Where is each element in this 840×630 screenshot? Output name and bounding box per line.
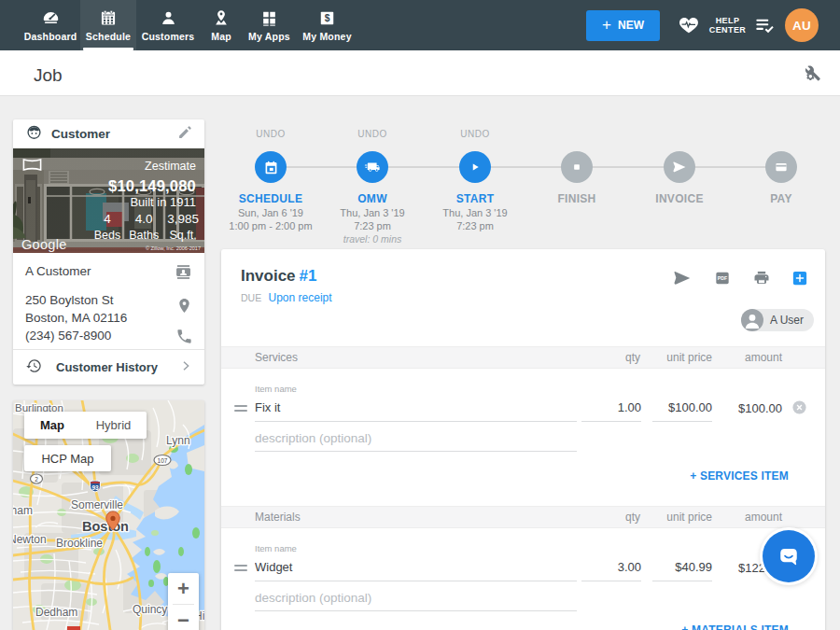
property-stats: 4Beds 4.0Baths 3,985Sq.ft.: [94, 212, 199, 242]
customer-info: A Customer 250 Boylston St Boston, MA 02…: [13, 253, 204, 349]
customer-face-icon: [25, 123, 43, 145]
invoice-card: Invoice#1 DUE Upon receipt PDF A User: [221, 249, 825, 630]
stat-value: 4: [94, 212, 121, 226]
history-icon: [25, 357, 42, 378]
pdf-icon[interactable]: PDF: [713, 269, 732, 287]
nav-tab-dashboard[interactable]: Dashboard: [21, 0, 80, 50]
map-zoom-control: + −: [168, 573, 199, 630]
hybrid-button[interactable]: Hybrid: [80, 412, 147, 439]
remove-item-button[interactable]: [791, 399, 807, 415]
item-name-label: Item name: [255, 543, 297, 553]
svg-text:Lynn: Lynn: [166, 434, 190, 447]
step-label[interactable]: PAY: [725, 192, 837, 205]
svg-text:Waltham: Waltham: [13, 504, 33, 517]
material-unit-price-input[interactable]: [652, 560, 712, 581]
panorama-icon: [22, 158, 42, 175]
job-tools-icon[interactable]: [801, 63, 822, 84]
map-card[interactable]: 93 107 2 Burlington Lynn Somerville Walt…: [13, 400, 204, 630]
material-qty-input[interactable]: [581, 560, 641, 581]
nav-tab-label: Customers: [142, 31, 195, 42]
customer-phone: (234) 567-8900: [25, 329, 111, 343]
service-description-input[interactable]: [255, 431, 577, 452]
materials-line-item: Item name $122.97: [221, 528, 825, 603]
avatar[interactable]: AU: [785, 8, 819, 42]
property-photo[interactable]: Zestimate $10,149,080 Built in 1911 4Bed…: [13, 148, 204, 253]
stat-value: 3,985: [167, 212, 199, 226]
top-navbar: Dashboard Schedule Customers Map: [0, 0, 840, 50]
svg-text:107: 107: [158, 457, 168, 464]
nav-tab-map[interactable]: Map: [200, 0, 243, 50]
health-pulse-icon[interactable]: [678, 14, 700, 36]
chat-fab[interactable]: [760, 527, 818, 585]
service-name-input[interactable]: [255, 400, 577, 422]
customer-name: A Customer: [25, 264, 91, 278]
material-name-input[interactable]: [255, 560, 577, 581]
navbar-right: + NEW HELP CENTER AU: [586, 0, 840, 50]
svg-text:$: $: [325, 13, 330, 23]
step-label[interactable]: FINISH: [521, 192, 633, 205]
omw-step-icon[interactable]: [357, 151, 388, 183]
zestimate-label: Zestimate: [145, 160, 196, 173]
print-icon[interactable]: [752, 269, 771, 287]
drag-handle-icon[interactable]: [234, 565, 247, 574]
nav-tab-label: Map: [211, 31, 231, 42]
zoom-out-button[interactable]: −: [168, 605, 199, 630]
service-qty-input[interactable]: [581, 400, 641, 422]
add-box-icon[interactable]: [791, 270, 808, 287]
help-center-link[interactable]: HELP CENTER: [707, 16, 749, 35]
pay-step-icon[interactable]: [765, 151, 797, 183]
location-pin-icon[interactable]: [175, 297, 193, 319]
chat-bubble-icon: [763, 530, 815, 582]
finish-step-icon[interactable]: [561, 151, 593, 183]
customers-icon: [159, 7, 178, 28]
undo-link[interactable]: UNDO: [419, 129, 531, 139]
step-label[interactable]: OMW: [316, 192, 428, 205]
nav-tab-schedule[interactable]: Schedule: [80, 0, 136, 50]
invoice-title: Invoice#1: [241, 267, 317, 286]
add-materials-item-link[interactable]: + MATERIALS ITEM: [681, 623, 789, 630]
stat-label: Beds: [94, 229, 121, 242]
built-in: Built in 1911: [130, 195, 196, 209]
step-label[interactable]: SCHEDULE: [215, 192, 327, 205]
zoom-in-button[interactable]: +: [168, 573, 199, 604]
step-label[interactable]: INVOICE: [623, 192, 735, 205]
start-step-icon[interactable]: [459, 151, 491, 183]
phone-icon[interactable]: [175, 328, 193, 348]
drag-handle-icon[interactable]: [234, 405, 247, 414]
undo-link[interactable]: UNDO: [316, 129, 428, 139]
customer-card-title: Customer: [51, 127, 177, 141]
schedule-step-icon[interactable]: [255, 151, 287, 183]
i93-shield: 93: [91, 481, 101, 492]
timeline-connector: [271, 166, 782, 168]
amount-column-header: amount: [745, 351, 782, 364]
hcp-map-button[interactable]: HCP Map: [24, 445, 111, 471]
step-label[interactable]: START: [419, 192, 531, 205]
stat-label: Baths: [129, 229, 159, 242]
map-button[interactable]: Map: [24, 412, 80, 439]
material-description-input[interactable]: [255, 591, 577, 611]
nav-tab-my-apps[interactable]: My Apps: [243, 0, 296, 50]
contact-card-icon[interactable]: [174, 262, 193, 285]
invoice-number[interactable]: #1: [300, 267, 317, 285]
checklist-icon[interactable]: [752, 13, 777, 37]
assigned-user-chip[interactable]: A User: [741, 309, 814, 331]
my-apps-icon: [260, 7, 278, 28]
undo-link[interactable]: UNDO: [215, 129, 327, 139]
route-2-shield: 2: [31, 474, 43, 483]
send-icon[interactable]: [672, 268, 693, 288]
svg-text:2: 2: [35, 476, 38, 483]
invoice-step-icon[interactable]: [664, 151, 695, 183]
due-value[interactable]: Upon receipt: [269, 291, 332, 304]
new-button[interactable]: + NEW: [586, 10, 660, 41]
service-unit-price-input[interactable]: [652, 400, 712, 422]
nav-tab-my-money[interactable]: $ My Money: [296, 0, 358, 50]
nav-tab-customers[interactable]: Customers: [136, 0, 200, 50]
nav-tab-label: Dashboard: [24, 31, 77, 42]
customer-card-header: Customer: [13, 119, 204, 148]
add-services-item-link[interactable]: + SERVICES ITEM: [690, 469, 789, 483]
user-avatar-icon: [741, 309, 763, 331]
edit-pencil-icon[interactable]: [177, 124, 193, 144]
customer-history-row[interactable]: Customer History: [13, 350, 204, 385]
customer-card: Customer: [13, 119, 204, 385]
invoice-due: DUE Upon receipt: [241, 291, 332, 304]
